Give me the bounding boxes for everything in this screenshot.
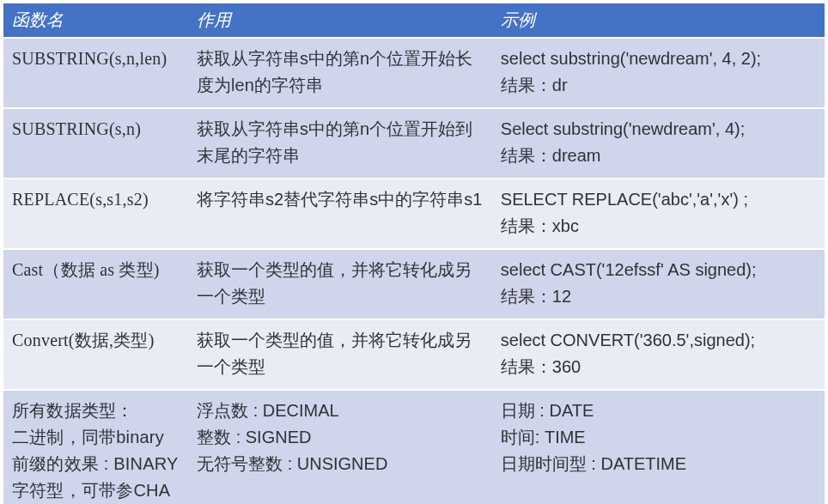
func-sample: Select substring('newdream', 4); 结果：drea…: [492, 108, 825, 179]
table-row: SUBSTRING(s,n) 获取从字符串s中的第n个位置开始到末尾的字符串 S…: [3, 108, 825, 179]
table-row: Cast（数据 as 类型) 获取一个类型的值，并将它转化成另一个类型 sele…: [3, 249, 825, 319]
sample-code: Select substring('newdream', 4);: [501, 116, 816, 143]
type-item: 时间: TIME: [501, 424, 816, 451]
func-desc: 将字符串s2替代字符串s中的字符串s1: [188, 179, 492, 249]
header-desc: 作用: [188, 3, 492, 38]
type-item: 无符号整数 : UNSIGNED: [197, 451, 484, 477]
sample-code: select CONVERT('360.5',signed);: [501, 327, 816, 354]
func-sample: select CAST('12efssf' AS signed); 结果：12: [492, 249, 825, 319]
type-item: 日期时间型 : DATETIME: [501, 451, 816, 477]
table-row: Convert(数据,类型) 获取一个类型的值，并将它转化成另一个类型 sele…: [3, 319, 825, 390]
sample-result: 结果：12: [501, 283, 816, 310]
func-sample: SELECT REPLACE('abc','a','x') ; 结果：xbc: [492, 179, 825, 249]
type-notes: 所有数据类型：二进制，同带binary前缀的效果 : BINARY 字符型，可带…: [3, 390, 188, 504]
func-desc: 获取从字符串s中的第n个位置开始长度为len的字符串: [188, 38, 492, 108]
func-sample: select substring('newdream', 4, 2); 结果：d…: [492, 38, 825, 108]
header-sample: 示例: [492, 3, 825, 38]
sample-code: select substring('newdream', 4, 2);: [501, 46, 816, 72]
sql-functions-table: 函数名 作用 示例 SUBSTRING(s,n,len) 获取从字符串s中的第n…: [3, 3, 825, 504]
func-desc: 获取从字符串s中的第n个位置开始到末尾的字符串: [188, 108, 492, 179]
func-sample: select CONVERT('360.5',signed); 结果：360: [492, 319, 825, 390]
table-row: 所有数据类型：二进制，同带binary前缀的效果 : BINARY 字符型，可带…: [3, 390, 825, 504]
func-name: Convert(数据,类型): [3, 319, 188, 390]
func-name: Cast（数据 as 类型): [3, 249, 188, 319]
sample-result: 结果：xbc: [501, 213, 816, 240]
table-row: SUBSTRING(s,n,len) 获取从字符串s中的第n个位置开始长度为le…: [3, 38, 825, 108]
func-name: SUBSTRING(s,n,len): [3, 38, 188, 108]
func-desc: 获取一个类型的值，并将它转化成另一个类型: [188, 319, 492, 390]
type-list: 日期 : DATE 时间: TIME 日期时间型 : DATETIME: [492, 390, 825, 504]
sample-code: SELECT REPLACE('abc','a','x') ;: [501, 186, 816, 213]
sample-code: select CAST('12efssf' AS signed);: [501, 257, 816, 283]
sample-result: 结果：360: [501, 354, 816, 380]
type-item: 浮点数 : DECIMAL: [197, 398, 484, 424]
header-func: 函数名: [3, 3, 188, 38]
sample-result: 结果：dr: [501, 72, 816, 99]
table-row: REPLACE(s,s1,s2) 将字符串s2替代字符串s中的字符串s1 SEL…: [3, 179, 825, 249]
func-name: REPLACE(s,s1,s2): [3, 179, 188, 249]
type-item: 日期 : DATE: [501, 398, 816, 424]
type-item: 整数 : SIGNED: [197, 424, 484, 451]
sample-result: 结果：dream: [501, 143, 816, 169]
type-list: 浮点数 : DECIMAL 整数 : SIGNED 无符号整数 : UNSIGN…: [188, 390, 492, 504]
func-name: SUBSTRING(s,n): [3, 108, 188, 179]
func-desc: 获取一个类型的值，并将它转化成另一个类型: [188, 249, 492, 319]
